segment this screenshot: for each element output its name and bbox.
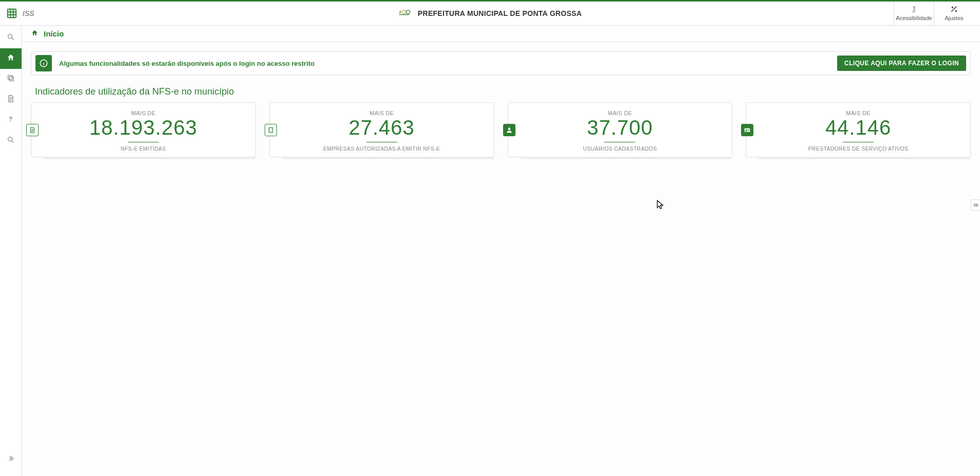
app-title: ISS [23,9,34,17]
tools-icon [950,6,959,14]
sidebar-expand-button[interactable] [0,449,22,470]
app-logo-icon [6,8,17,19]
document-icon [7,95,15,105]
stats-grid: MAIS DE 18.193.263 NFS-E EMITIDAS MAIS D… [31,102,971,157]
sidebar-item-search[interactable] [0,28,22,48]
copy-icon [7,74,15,84]
app-header: ISS 2 PREFEITURA MUNICIPAL DE PONTA GROS… [0,2,980,26]
page-title: Início [44,29,64,38]
sidebar-item-find[interactable] [0,131,22,151]
svg-rect-21 [976,205,977,206]
svg-point-13 [508,127,510,130]
sidebar-item-copy[interactable] [0,69,22,89]
svg-point-3 [406,10,410,14]
id-card-icon [741,124,753,136]
user-icon [503,124,515,136]
breadcrumb: Início [22,26,980,42]
svg-rect-18 [974,204,978,206]
stat-divider [843,142,874,142]
stat-divider [128,142,159,142]
svg-point-19 [974,205,975,205]
org-name: PREFEITURA MUNICIPAL DE PONTA GROSSA [418,9,582,17]
stat-value: 44.146 [825,117,891,138]
svg-rect-12 [269,127,272,132]
stat-label-bottom: NFS-E EMITIDAS [121,145,166,152]
search-icon [7,136,15,146]
stat-value: 27.463 [348,117,414,138]
svg-text:?: ? [9,116,12,123]
header-left: ISS [6,8,34,19]
svg-rect-4 [399,14,409,15]
info-icon [35,55,52,71]
sidebar: ? [0,26,22,476]
stat-divider [366,142,397,142]
svg-rect-17 [748,130,749,131]
stat-card-nfse: MAIS DE 18.193.263 NFS-E EMITIDAS [31,102,256,157]
adjust-label: Ajustes [945,15,963,21]
stat-label-top: MAIS DE [846,110,870,116]
stat-label-top: MAIS DE [608,110,632,116]
home-icon [7,53,15,64]
stat-value: 37.700 [587,117,653,138]
stat-value: 18.193.263 [89,117,197,138]
logo-200-icon: 2 [398,8,412,19]
float-id-widget[interactable] [971,199,980,211]
question-icon: ? [7,115,15,125]
svg-rect-0 [8,9,16,18]
svg-rect-7 [9,77,13,81]
building-icon [265,124,277,136]
sidebar-item-document[interactable] [0,89,22,110]
accessibility-button[interactable]: Acessibilidade [894,2,934,26]
login-button[interactable]: CLIQUE AQUI PARA FAZER O LOGIN [837,56,966,71]
svg-point-2 [402,10,405,14]
search-icon [7,33,15,43]
stat-label-top: MAIS DE [131,110,155,116]
stat-label-top: MAIS DE [369,110,394,116]
svg-point-5 [913,7,914,8]
chevron-right-icon [7,454,15,465]
sidebar-item-help[interactable]: ? [0,110,22,131]
section-title: Indicadores de utilização da NFS-e no mu… [35,86,971,97]
stat-divider [604,142,635,142]
svg-rect-20 [976,205,977,205]
app-body: ? Início [0,26,980,476]
sidebar-bottom [0,449,21,470]
id-card-icon [973,200,979,210]
svg-point-15 [746,129,747,130]
sidebar-item-home[interactable] [0,48,22,69]
document-text-icon [26,124,39,136]
stat-card-usuarios: MAIS DE 37.700 USUÁRIOS CADASTRADOS [508,102,733,157]
svg-point-10 [8,137,12,141]
svg-point-6 [8,34,12,39]
home-icon [31,29,39,39]
stat-label-bottom: EMPRESAS AUTORIZADAS A EMITIR NFS-E [323,145,440,152]
stat-card-empresas: MAIS DE 27.463 EMPRESAS AUTORIZADAS A EM… [269,102,494,157]
header-center: 2 PREFEITURA MUNICIPAL DE PONTA GROSSA [398,8,582,19]
accessibility-icon [910,6,919,14]
accessibility-label: Acessibilidade [896,15,932,21]
svg-rect-16 [748,129,749,130]
alert-bar: Algumas funcionalidades só estarão dispo… [31,51,971,75]
page-inner: Algumas funcionalidades só estarão dispo… [22,42,980,167]
content: Início Algumas funcionalidades só estarã… [22,26,980,476]
svg-rect-8 [8,76,12,80]
stat-label-bottom: PRESTADORES DE SERVIÇO ATIVOS [808,145,909,152]
adjust-button[interactable]: Ajustes [934,2,974,26]
stat-card-prestadores: MAIS DE 44.146 PRESTADORES DE SERVIÇO AT… [746,102,971,157]
header-right: Acessibilidade Ajustes [894,2,974,26]
stat-label-bottom: USUÁRIOS CADASTRADOS [583,145,657,152]
svg-text:2: 2 [399,10,401,14]
alert-text: Algumas funcionalidades só estarão dispo… [59,60,830,67]
